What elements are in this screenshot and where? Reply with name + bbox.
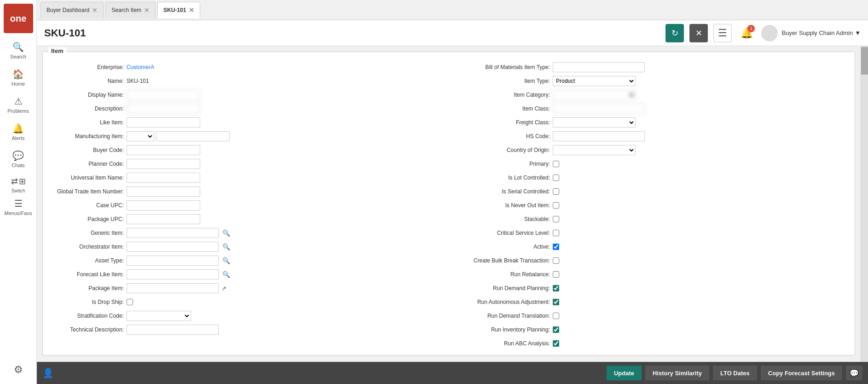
manufacturing-item-input[interactable]	[156, 131, 230, 141]
country-of-origin-label: Country of Origin:	[458, 147, 550, 153]
tab-close-buyer-dashboard[interactable]: ✕	[92, 7, 98, 13]
bom-item-type-input[interactable]	[553, 62, 645, 72]
generic-item-input[interactable]	[127, 228, 219, 238]
package-item-link-button[interactable]: ↗	[221, 285, 226, 292]
like-item-input[interactable]	[127, 117, 200, 128]
sidebar-item-search[interactable]: 🔍 Search	[0, 37, 36, 64]
primary-label: Primary:	[458, 161, 550, 167]
package-item-input[interactable]	[127, 283, 219, 293]
item-category-label: Item Category:	[458, 92, 550, 98]
is-serial-controlled-checkbox[interactable]	[553, 188, 559, 195]
sidebar-item-label: Home	[12, 81, 25, 87]
run-demand-translation-checkbox[interactable]	[553, 313, 559, 319]
run-demand-planning-checkbox[interactable]	[553, 285, 559, 291]
sidebar-item-home[interactable]: 🏠 Home	[0, 64, 36, 91]
run-abc-label: Run ABC Analysis:	[458, 340, 550, 347]
is-lot-controlled-checkbox[interactable]	[553, 175, 559, 181]
tab-close-search-item[interactable]: ✕	[144, 7, 150, 13]
menu-button[interactable]: ☰	[713, 24, 732, 42]
stackable-checkbox[interactable]	[553, 216, 559, 222]
footer-chat-button[interactable]: 💬	[846, 366, 862, 380]
sidebar-item-alerts[interactable]: 🔔 Alerts	[0, 118, 36, 145]
sidebar-item-chats[interactable]: 💬 Chats	[0, 145, 36, 173]
buyer-code-input[interactable]	[127, 145, 200, 155]
package-item-row: Package Item: ↗	[50, 282, 440, 294]
sidebar-item-switch[interactable]: ⇄ ⊞	[0, 173, 36, 190]
universal-item-label: Universal Item Name:	[50, 175, 124, 181]
item-type-select[interactable]: Product	[553, 76, 636, 86]
tab-label: SKU-101	[163, 7, 186, 13]
package-upc-label: Package UPC:	[50, 216, 124, 222]
manufacturing-item-select[interactable]	[127, 131, 154, 141]
freight-class-select[interactable]	[553, 117, 636, 128]
case-upc-input[interactable]	[127, 200, 200, 210]
is-serial-controlled-row: Is Serial Controlled:	[458, 186, 847, 198]
is-drop-ship-checkbox[interactable]	[127, 299, 133, 305]
display-name-input[interactable]	[127, 90, 200, 100]
forecast-like-item-input[interactable]	[127, 269, 219, 279]
update-button[interactable]: Update	[607, 366, 642, 380]
vertical-scrollbar[interactable]	[861, 46, 868, 362]
run-autonomous-checkbox[interactable]	[553, 299, 559, 305]
copy-forecast-button[interactable]: Copy Forecast Settings	[761, 366, 842, 380]
run-inventory-planning-checkbox[interactable]	[553, 326, 559, 333]
display-name-row: Display Name:	[50, 89, 440, 101]
scroll-thumb[interactable]	[861, 47, 868, 75]
item-type-label: Item Type:	[458, 78, 550, 84]
user-dropdown[interactable]: Buyer Supply Chain Admin ▼	[781, 29, 861, 36]
tab-sku-101[interactable]: SKU-101 ✕	[157, 2, 200, 18]
asset-type-search-button[interactable]: 🔍	[221, 257, 231, 264]
item-type-row: Item Type: Product	[458, 75, 847, 87]
sidebar-item-settings[interactable]: ⚙	[0, 359, 36, 380]
package-upc-input[interactable]	[127, 214, 200, 224]
is-never-out-checkbox[interactable]	[553, 202, 559, 209]
page-header: SKU-101 ↻ ✕ ☰ 🔔 1 Buyer Supply Chain Adm…	[37, 20, 868, 46]
tab-search-item[interactable]: Search Item ✕	[105, 2, 156, 18]
buyer-code-row: Buyer Code:	[50, 144, 440, 156]
primary-checkbox[interactable]	[553, 161, 559, 167]
form-left: Enterprise: CustomerA Name: SKU-101 Disp…	[50, 61, 440, 349]
critical-service-checkbox[interactable]	[553, 230, 559, 236]
planner-code-label: Planner Code:	[50, 161, 124, 167]
generic-item-search-button[interactable]: 🔍	[221, 229, 231, 237]
hs-code-input[interactable]	[553, 131, 645, 141]
technical-description-row: Technical Description:	[50, 324, 440, 336]
description-input[interactable]	[127, 104, 200, 114]
item-class-input[interactable]	[553, 104, 645, 114]
planner-code-input[interactable]	[127, 159, 200, 169]
panel-legend: Item	[48, 47, 66, 54]
primary-row: Primary:	[458, 158, 847, 170]
run-rebalance-checkbox[interactable]	[553, 271, 559, 278]
item-category-select[interactable]	[553, 90, 636, 100]
close-button[interactable]: ✕	[689, 24, 708, 42]
enterprise-value[interactable]: CustomerA	[127, 64, 154, 70]
display-name-label: Display Name:	[50, 92, 124, 98]
lto-dates-button[interactable]: LTO Dates	[713, 366, 757, 380]
stratification-code-select[interactable]	[127, 311, 191, 321]
history-similarity-button[interactable]: History Similarity	[645, 366, 709, 380]
technical-description-input[interactable]	[127, 325, 219, 335]
run-inventory-planning-label: Run Inventory Planning:	[458, 326, 550, 333]
active-checkbox[interactable]	[553, 244, 559, 250]
country-of-origin-select[interactable]	[553, 145, 636, 155]
stackable-label: Stackable:	[458, 216, 550, 222]
create-bulk-checkbox[interactable]	[553, 257, 559, 264]
tab-buyer-dashboard[interactable]: Buyer Dashboard ✕	[41, 2, 104, 18]
forecast-like-item-label: Forecast Like Item:	[50, 271, 124, 278]
freight-class-row: Freight Class:	[458, 116, 847, 128]
package-item-label: Package Item:	[50, 285, 124, 291]
refresh-button[interactable]: ↻	[665, 24, 684, 42]
run-abc-checkbox[interactable]	[553, 340, 559, 347]
universal-item-input[interactable]	[127, 173, 200, 183]
orchestrator-item-search-button[interactable]: 🔍	[221, 243, 231, 250]
app-logo[interactable]: one	[4, 4, 33, 33]
sidebar-item-menus[interactable]: ☰ Menus/Favs	[0, 193, 36, 221]
global-trade-input[interactable]	[127, 186, 200, 197]
run-demand-planning-row: Run Demand Planning:	[458, 282, 847, 294]
orchestrator-item-input[interactable]	[127, 242, 219, 252]
asset-type-input[interactable]	[127, 256, 219, 266]
notification-area[interactable]: 🔔 1	[737, 24, 756, 42]
tab-close-sku-101[interactable]: ✕	[189, 7, 194, 13]
sidebar-item-problems[interactable]: ⚠ Problems	[0, 91, 36, 118]
forecast-like-item-search-button[interactable]: 🔍	[221, 271, 231, 278]
